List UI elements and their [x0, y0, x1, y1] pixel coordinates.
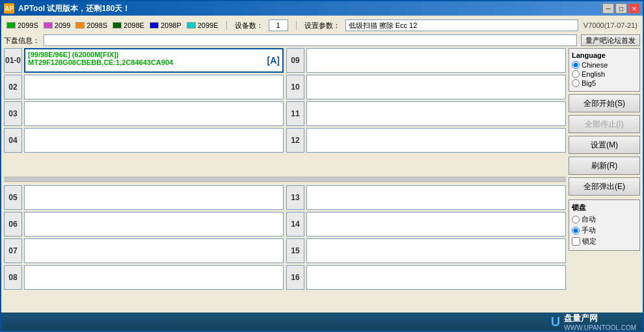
- param-value-input[interactable]: [345, 19, 578, 31]
- slot-num-03: 03: [4, 101, 22, 126]
- slot-box-06[interactable]: [24, 212, 284, 236]
- slot-row-13: 13: [286, 185, 566, 210]
- slot-box-03[interactable]: [24, 101, 284, 126]
- slot-num-09: 09: [286, 48, 304, 73]
- slot-box-08[interactable]: [24, 265, 284, 290]
- bottom-bar: U 盘量产网 WWW.UPANTOOL.COM: [1, 313, 643, 331]
- slot-num-05: 05: [4, 185, 22, 210]
- slot-box-01[interactable]: [99/98E/96E] (62000M[FIX]) MT29F128G08CB…: [24, 48, 284, 73]
- grid-col-left-bottom: 05 06 07 08: [4, 185, 284, 311]
- slot-row-14: 14: [286, 212, 566, 236]
- radio-english[interactable]: [572, 70, 580, 78]
- legend-2099: 2099: [44, 21, 70, 29]
- refresh-button[interactable]: 刷新(R): [569, 157, 640, 175]
- label-english: English: [582, 70, 605, 78]
- main-window: AP APTool 试用版本，还剩180天！ ─ □ ✕ 2099S 2099 …: [0, 0, 644, 332]
- left-panel: 01-0 [99/98E/96E] (62000M[FIX]) MT29F128…: [4, 48, 566, 310]
- slot-row-10: 10: [286, 75, 566, 99]
- slot-row-15: 15: [286, 238, 566, 263]
- slot-box-16[interactable]: [306, 265, 566, 290]
- slot-row-01: 01-0 [99/98E/96E] (62000M[FIX]) MT29F128…: [4, 48, 284, 73]
- slot-tag-01: [A]: [267, 55, 280, 66]
- lock-manual[interactable]: 手动: [572, 225, 637, 235]
- slot-num-01: 01-0: [4, 48, 22, 73]
- label-chinese: Chinese: [582, 61, 608, 69]
- slot-line1-01: [99/98E/96E] (62000M[FIX]): [28, 51, 280, 58]
- lock-checkbox-item[interactable]: 锁定: [572, 236, 637, 246]
- lock-title: 锁盘: [572, 203, 637, 212]
- slot-num-14: 14: [286, 212, 304, 236]
- language-chinese[interactable]: Chinese: [572, 61, 637, 69]
- slot-num-08: 08: [4, 265, 22, 290]
- maximize-button[interactable]: □: [615, 3, 627, 14]
- logo-text: 盘量产网: [564, 313, 636, 324]
- logo-url: WWW.UPANTOOL.COM: [564, 324, 636, 331]
- language-english[interactable]: English: [572, 70, 637, 78]
- legend-label-2099: 2099: [55, 21, 70, 29]
- slot-box-13[interactable]: [306, 185, 566, 210]
- info-row: 下盘信息： 量产吧论坛首发: [4, 34, 640, 46]
- logo-u-icon: U: [551, 314, 560, 329]
- slot-box-10[interactable]: [306, 75, 566, 99]
- slot-box-09[interactable]: [306, 48, 566, 73]
- minimize-button[interactable]: ─: [602, 3, 614, 14]
- logo-text-area: 盘量产网 WWW.UPANTOOL.COM: [564, 313, 636, 331]
- language-big5[interactable]: Big5: [572, 79, 637, 87]
- lock-auto[interactable]: 自动: [572, 214, 637, 224]
- lock-panel: 锁盘 自动 手动 锁定: [569, 199, 640, 251]
- slot-box-05[interactable]: [24, 185, 284, 210]
- grid-col-left-top: 01-0 [99/98E/96E] (62000M[FIX]) MT29F128…: [4, 48, 284, 173]
- grid-col-right-top: 09 10 11 12: [286, 48, 566, 173]
- legend-2099e: 2099E: [187, 21, 219, 29]
- grid-top: 01-0 [99/98E/96E] (62000M[FIX]) MT29F128…: [4, 48, 566, 173]
- slot-box-14[interactable]: [306, 212, 566, 236]
- slot-row-06: 06: [4, 212, 284, 236]
- settings-button[interactable]: 设置(M): [569, 136, 640, 154]
- radio-lock-manual[interactable]: [572, 227, 580, 235]
- slot-row-08: 08: [4, 265, 284, 290]
- label-big5: Big5: [582, 79, 596, 87]
- grid-bottom: 05 06 07 08: [4, 185, 566, 311]
- forum-button[interactable]: 量产吧论坛首发: [581, 34, 640, 46]
- slot-num-15: 15: [286, 238, 304, 263]
- radio-chinese[interactable]: [572, 61, 580, 69]
- slot-row-11: 11: [286, 101, 566, 126]
- slot-num-02: 02: [4, 75, 22, 99]
- slot-box-02[interactable]: [24, 75, 284, 99]
- slot-row-02: 02: [4, 75, 284, 99]
- slot-row-07: 07: [4, 238, 284, 263]
- window-title: APTool 试用版本，还剩180天！: [18, 3, 130, 14]
- slot-num-11: 11: [286, 101, 304, 126]
- slot-num-16: 16: [286, 265, 304, 290]
- eject-all-button[interactable]: 全部弹出(E): [569, 177, 640, 196]
- stop-all-button[interactable]: 全部停止(I): [569, 115, 640, 133]
- slot-box-07[interactable]: [24, 238, 284, 263]
- legend-label-2098e: 2098E: [124, 21, 144, 29]
- close-button[interactable]: ✕: [628, 3, 640, 14]
- slot-box-04[interactable]: [24, 128, 284, 153]
- radio-big5[interactable]: [572, 79, 580, 87]
- legend-2098e: 2098E: [113, 21, 144, 29]
- label-lock-manual: 手动: [582, 225, 596, 235]
- legend-2098s: 2098S: [75, 21, 107, 29]
- info-input[interactable]: [44, 34, 577, 46]
- legend-2099s: 2099S: [7, 21, 38, 29]
- slot-box-15[interactable]: [306, 238, 566, 263]
- content-area: 2099S 2099 2098S 2098E 2098P 2099E: [1, 16, 643, 313]
- label-lock-checkbox: 锁定: [582, 236, 597, 246]
- slot-box-12[interactable]: [306, 128, 566, 153]
- separator-1: [226, 21, 227, 30]
- slot-num-12: 12: [286, 128, 304, 153]
- start-all-button[interactable]: 全部开始(S): [569, 94, 640, 112]
- grid-col-right-bottom: 13 14 15 16: [286, 185, 566, 311]
- radio-lock-auto[interactable]: [572, 216, 580, 223]
- title-controls: ─ □ ✕: [602, 3, 640, 14]
- slot-row-03: 03: [4, 101, 284, 126]
- device-count-input[interactable]: [269, 19, 288, 31]
- legend-color-2099e: [187, 22, 196, 29]
- legend-color-2098s: [75, 22, 85, 29]
- slot-box-11[interactable]: [306, 101, 566, 126]
- grid-separator: [4, 177, 566, 182]
- legend-label-2099s: 2099S: [18, 21, 38, 29]
- lock-checkbox[interactable]: [572, 237, 580, 246]
